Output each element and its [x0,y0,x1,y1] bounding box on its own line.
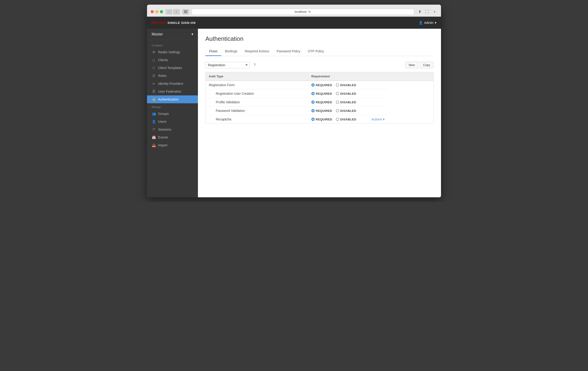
required-option[interactable]: REQUIRED [311,92,332,95]
lock-icon: 🔒 [152,97,156,101]
admin-label: Admin [424,21,433,25]
disabled-option[interactable]: DISABLED [336,109,356,113]
sidebar-item-import[interactable]: 📥 Import [147,141,198,149]
flow-select[interactable]: Registration Browser Direct Grant Reset … [205,62,250,68]
sidebar-item-client-templates[interactable]: ⬡ Client Templates [147,64,198,72]
sidebar-item-label: Realm Settings [158,50,180,54]
flows-left: Registration Browser Direct Grant Reset … [205,62,257,68]
disabled-option[interactable]: DISABLED [336,83,356,87]
back-button[interactable]: ‹ [166,9,172,14]
identity-providers-icon: ⇌ [152,82,156,85]
required-option[interactable]: REQUIRED [311,118,332,121]
realm-selector[interactable]: Master ▾ [147,29,198,40]
copy-button[interactable]: Copy [420,62,434,68]
sidebar-item-sessions[interactable]: ⏱ Sessions [147,126,198,133]
disabled-option[interactable]: DISABLED [336,118,356,121]
browser-chrome: ‹ › localhost ↻ ⬆ ⛶ + [147,5,441,17]
brand-logo: RED HAT SINGLE SIGN-ON [152,21,196,25]
templates-icon: ⬡ [152,66,156,70]
maximize-button[interactable] [160,10,163,13]
tab-bindings[interactable]: Bindings [221,47,241,56]
requirement-cell: REQUIRED DISABLED [308,98,366,106]
sidebar-item-user-federation[interactable]: 🗄 User Federation [147,87,198,95]
table-row: Password Validation REQUIRED [206,106,434,115]
flows-toolbar: Registration Browser Direct Grant Reset … [205,62,434,68]
radio-group: REQUIRED DISABLED [311,109,363,113]
tab-required-actions[interactable]: Required Actions [241,47,273,56]
col-header-requirement: Requirement [308,72,388,81]
sidebar-item-groups[interactable]: 👥 Groups [147,110,198,118]
disabled-option[interactable]: DISABLED [336,92,356,95]
main-content: Authentication Flows Bindings Required A… [198,29,441,197]
required-option[interactable]: REQUIRED [311,109,332,113]
disabled-option[interactable]: DISABLED [336,101,356,104]
actions-cell: Actions ▾ [366,115,388,124]
actions-cell [366,89,388,98]
address-bar[interactable]: localhost ↻ [192,9,414,15]
help-icon[interactable]: ? [252,63,257,68]
events-icon: 📅 [152,136,156,139]
admin-menu[interactable]: 👤 Admin ▾ [419,21,436,25]
tab-otp-policy[interactable]: OTP Policy [304,47,328,56]
minimize-button[interactable] [155,10,158,13]
col-header-auth-type: Auth Type [206,72,308,81]
sidebar-item-authentication[interactable]: 🔒 Authentication [147,95,198,103]
svg-rect-1 [184,11,187,12]
auth-type-cell: Password Validation [206,106,308,115]
sidebar-item-clients[interactable]: ◻ Clients [147,56,198,64]
radio-unchecked-icon [336,109,339,112]
close-button[interactable] [151,10,154,13]
table-row: Profile Validation REQUIRED [206,98,434,106]
svg-rect-0 [184,11,187,11]
required-option[interactable]: REQUIRED [311,101,332,104]
sidebar-toggle-button[interactable] [182,9,189,14]
radio-unchecked-icon [336,92,339,95]
sidebar-item-label: Roles [158,74,167,78]
actions-cell [366,106,388,115]
radio-unchecked-icon [336,101,339,104]
users-icon: 👤 [152,120,156,123]
indented-auth-type: Registration User Creation [209,92,254,95]
actions-dropdown[interactable]: Actions ▾ [369,117,385,121]
sessions-icon: ⏱ [152,127,156,131]
sidebar-item-label: Identity Providers [158,82,183,85]
sidebar-item-roles[interactable]: ☰ Roles [147,72,198,80]
auth-type-cell: Recaptcha [206,115,308,124]
radio-group: REQUIRED DISABLED [311,83,363,87]
tab-password-policy[interactable]: Password Policy [273,47,304,56]
table-body: Registration Form REQUIRED [206,81,434,124]
required-option[interactable]: REQUIRED [311,83,332,87]
actions-cell [366,81,388,89]
radio-checked-icon [311,109,315,112]
tab-flows[interactable]: Flows [205,47,221,56]
radio-group: REQUIRED DISABLED [311,101,363,104]
sidebar-item-label: Clients [158,58,168,62]
sidebar-item-label: Import [158,143,167,147]
manage-section-label: Manage [147,103,198,110]
radio-checked-icon [311,83,315,87]
actions-label: Actions [372,117,382,121]
new-button[interactable]: New [405,62,418,68]
sidebar-item-label: Groups [158,112,169,116]
sidebar-item-identity-providers[interactable]: ⇌ Identity Providers [147,80,198,87]
user-icon: 👤 [419,21,423,25]
forward-button[interactable]: › [173,9,180,14]
new-tab-icon[interactable]: + [432,9,437,15]
realm-chevron-icon: ▾ [191,32,193,36]
fullscreen-icon[interactable]: ⛶ [424,9,430,15]
reload-icon[interactable]: ↻ [308,10,311,14]
share-icon[interactable]: ⬆ [417,9,422,15]
sidebar-item-events[interactable]: 📅 Events [147,133,198,141]
roles-icon: ☰ [152,74,156,78]
sidebar-item-realm-settings[interactable]: ⚙ Realm Settings [147,48,198,56]
sidebar: Master ▾ Configure ⚙ Realm Settings ◻ Cl… [147,29,198,197]
sidebar-item-label: Authentication [158,97,179,101]
clients-icon: ◻ [152,58,156,62]
table-row: Recaptcha REQUIRED [206,115,434,124]
indented-auth-type: Password Validation [209,109,245,113]
gear-icon: ⚙ [152,50,156,54]
requirement-cell: REQUIRED DISABLED [308,106,366,115]
indented-auth-type: Recaptcha [209,117,231,121]
configure-section-label: Configure [147,42,198,48]
sidebar-item-users[interactable]: 👤 Users [147,118,198,126]
